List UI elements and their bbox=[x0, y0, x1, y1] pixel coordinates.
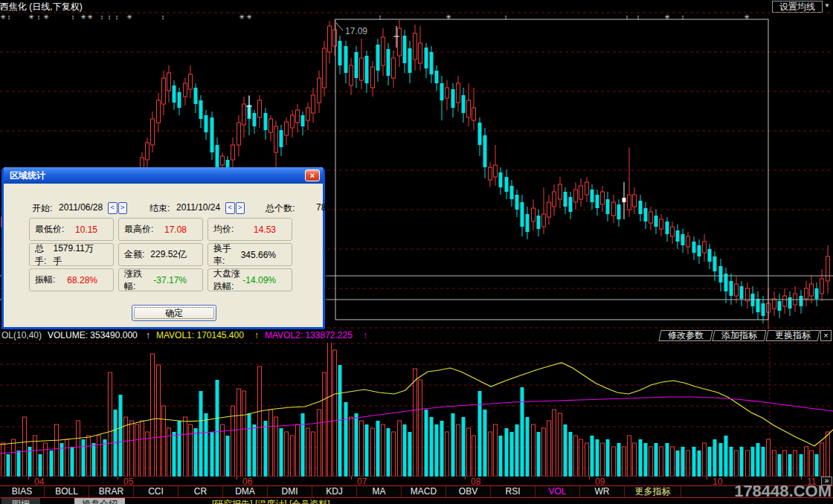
volume-bar-up bbox=[649, 447, 653, 476]
candle-body-up bbox=[542, 214, 546, 227]
bottom-tab[interactable]: 明细 bbox=[1, 498, 40, 504]
indicator-tab-vol[interactable]: VOL bbox=[536, 486, 580, 497]
indicator-panel-buttons: 修改参数 添加指标 更换指标 × bbox=[660, 330, 832, 341]
candle-body-up bbox=[398, 28, 402, 56]
indicator-tab-rsi[interactable]: RSI bbox=[491, 486, 536, 497]
volume-bar-down bbox=[692, 447, 696, 476]
volume-bar-up bbox=[794, 450, 797, 476]
stat-value: -37.17% bbox=[153, 275, 187, 285]
month-tick bbox=[118, 476, 118, 479]
indicator-tab-dmi[interactable]: DMI bbox=[268, 486, 312, 497]
chevron-down-icon[interactable]: ▼ bbox=[824, 2, 830, 9]
volume-bar-down bbox=[724, 436, 728, 476]
candle-body-doji bbox=[623, 198, 626, 202]
volume-bar-up bbox=[151, 354, 155, 476]
volume-bar-down bbox=[210, 432, 214, 476]
candle-body-down bbox=[440, 83, 444, 100]
candle-body-down bbox=[301, 115, 305, 126]
indicator-tab-ma[interactable]: MA bbox=[357, 486, 402, 497]
volume-bar-down bbox=[103, 439, 107, 476]
candle-body-down bbox=[617, 204, 621, 219]
volume-bar-up bbox=[296, 424, 300, 476]
indicator-tab-cci[interactable]: CCI bbox=[134, 486, 178, 497]
stepper-left-icon[interactable]: < bbox=[108, 202, 118, 214]
add-indicator-button[interactable]: 添加指标 bbox=[712, 330, 766, 341]
stepper-left-icon[interactable]: < bbox=[225, 202, 235, 214]
up-arrow-icon: ↑ bbox=[363, 330, 367, 340]
month-tick bbox=[28, 476, 29, 479]
dialog-title-bar[interactable]: 区域统计 × bbox=[4, 167, 323, 184]
volume-bar-up bbox=[612, 447, 616, 476]
candle-body-up bbox=[612, 202, 616, 216]
candle-body-down bbox=[194, 88, 198, 104]
indicator-tab-kdj[interactable]: KDJ bbox=[312, 486, 357, 497]
candle-body-up bbox=[472, 108, 476, 120]
volume-bar-down bbox=[430, 417, 434, 476]
change-indicator-button[interactable]: 更换指标 bbox=[765, 330, 820, 341]
volume-bar-up bbox=[157, 365, 161, 476]
volume-bar-up bbox=[382, 424, 385, 476]
signal-marker-icon: ✳ bbox=[126, 13, 132, 21]
volume-bar-down bbox=[606, 439, 610, 476]
volume-bar-down bbox=[751, 447, 755, 476]
modify-params-button[interactable]: 修改参数 bbox=[658, 330, 713, 341]
signal-marker-icon: ✳ bbox=[43, 13, 49, 21]
candle-body-up bbox=[162, 78, 166, 104]
volume-bar-up bbox=[109, 372, 112, 476]
indicator-tab-brar[interactable]: BRAR bbox=[89, 486, 134, 497]
volume-bar-down bbox=[537, 432, 541, 476]
region-statistics-dialog: 区域统计 × 开始: 2011/06/28 <> 结束: 2011/10/24 … bbox=[1, 167, 325, 329]
candle-body-up bbox=[457, 83, 460, 103]
bottom-tab[interactable]: 操盘介绍 bbox=[74, 498, 125, 504]
volume-bar-up bbox=[446, 432, 449, 476]
volume-bar-up bbox=[242, 391, 246, 476]
volume-bar-up bbox=[810, 450, 814, 476]
stat-cell: 总手:1579.11万手 bbox=[29, 243, 114, 266]
close-panel-icon[interactable]: × bbox=[820, 330, 832, 341]
stat-cell: 均价:14.53 bbox=[208, 218, 292, 241]
indicator-tab-bar: BIASBOLLBRARCCICRDMADMIKDJMAMACDOBVRSIVO… bbox=[0, 485, 833, 498]
volume-bar-up bbox=[773, 450, 776, 476]
indicator-tab-wr[interactable]: WR bbox=[580, 486, 625, 497]
candle-body-up bbox=[333, 30, 337, 46]
more-indicators-button[interactable]: 更多指标 bbox=[625, 486, 681, 497]
volume-bar-down bbox=[440, 421, 444, 476]
candle-body-up bbox=[318, 78, 321, 103]
volume-bar-up bbox=[686, 450, 690, 476]
volume-bar-up bbox=[783, 450, 787, 476]
month-tick bbox=[801, 476, 802, 479]
volume-bar-up bbox=[585, 443, 589, 476]
candle-body-down bbox=[403, 36, 407, 63]
title-bar: 山西焦化 (日线,下复权) bbox=[0, 0, 833, 12]
volume-bar-up bbox=[547, 421, 551, 476]
ok-button[interactable]: 确定 bbox=[132, 305, 216, 321]
volume-bar-down bbox=[7, 454, 10, 476]
volume-bar-down bbox=[216, 380, 219, 476]
close-icon[interactable]: × bbox=[305, 169, 320, 181]
indicator-tab-cr[interactable]: CR bbox=[178, 486, 223, 497]
candle-body-down bbox=[591, 190, 594, 202]
volume-bar-up bbox=[333, 350, 337, 476]
candle-body-down bbox=[762, 303, 765, 316]
candle-body-down bbox=[451, 89, 455, 108]
ma-settings-button[interactable]: 设置均线 bbox=[772, 1, 823, 13]
volume-chart[interactable] bbox=[0, 343, 833, 476]
count-label: 总个数: bbox=[266, 202, 295, 215]
stepper-right-icon[interactable]: > bbox=[118, 202, 128, 214]
volume-bar-down bbox=[71, 447, 74, 476]
stepper-right-icon[interactable]: > bbox=[236, 202, 245, 214]
candle-body-down bbox=[526, 214, 530, 232]
indicator-tab-dma[interactable]: DMA bbox=[223, 486, 268, 497]
indicator-tab-boll[interactable]: BOLL bbox=[45, 486, 89, 497]
indicator-tab-macd[interactable]: MACD bbox=[402, 486, 446, 497]
indicator-tab-obv[interactable]: OBV bbox=[446, 486, 491, 497]
stat-value: 68.28% bbox=[67, 275, 97, 285]
stat-value: 345.66% bbox=[241, 250, 276, 260]
candle-body-up bbox=[312, 95, 315, 113]
indicator-tab-bias[interactable]: BIAS bbox=[0, 486, 45, 497]
bottom-links[interactable]: [研究报告] [温度计] [会员资料] bbox=[212, 498, 330, 504]
signal-marker-icon: ✳ bbox=[80, 13, 86, 21]
volume-bar-down bbox=[617, 443, 621, 476]
candle-body-up bbox=[585, 182, 589, 195]
stat-label: 涨跌幅: bbox=[124, 268, 153, 293]
